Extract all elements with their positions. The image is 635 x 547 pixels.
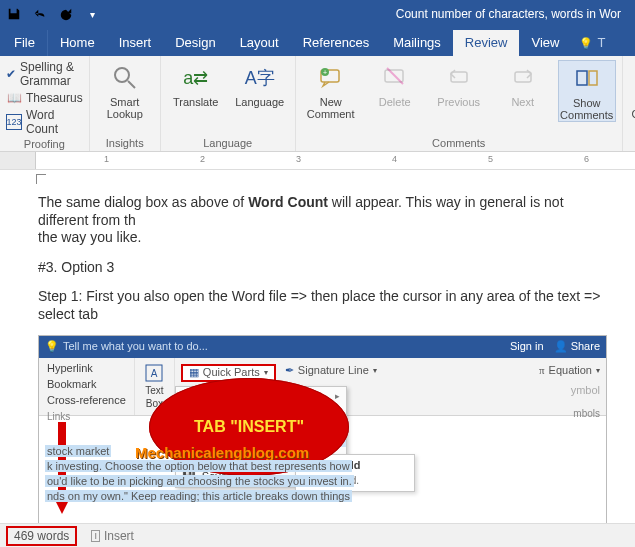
inner-tell-label: Tell me what you want to do... [63,340,208,354]
undo-icon[interactable] [30,4,50,24]
ruler-mark-6: 6 [584,154,589,164]
ruler-mark-1: 1 [104,154,109,164]
chevron-down-icon: ▾ [373,366,377,376]
wordcount-icon: 123 [6,114,22,130]
inner-document-text: stock market k investing. Choose the opt… [45,444,600,503]
spelling-grammar-button[interactable]: ✔ Spelling & Grammar [6,60,83,88]
tab-design[interactable]: Design [163,30,227,56]
signature-line-button[interactable]: ✒ Signature Line ▾ [285,364,377,378]
signature-icon: ✒ [285,364,294,378]
new-comment-icon: + [315,62,347,94]
ruler-left-margin [0,152,36,169]
svg-point-0 [115,68,129,82]
insert-icon: I [91,530,100,542]
tab-review[interactable]: Review [453,30,520,56]
quick-access-toolbar: ▾ [4,4,102,24]
show-comments-label: Show Comments [560,97,613,121]
tab-references[interactable]: References [291,30,381,56]
thesaurus-button[interactable]: 📖 Thesaurus [6,90,83,106]
lightbulb-icon: 💡 [579,30,593,56]
ruler-mark-5: 5 [488,154,493,164]
tab-view[interactable]: View [519,30,571,56]
oval-text: TAB "INSERT" [194,417,304,437]
inner-tell-me[interactable]: 💡 Tell me what you want to do... [45,340,208,354]
inner-hyperlink[interactable]: Hyperlink [47,362,126,376]
language-button[interactable]: A字 Language [231,60,289,108]
delete-comment-icon [379,62,411,94]
svg-text:A: A [151,368,158,379]
inner-links-label: Links [47,411,126,424]
quickparts-icon: ▦ [189,366,199,380]
language-group-label: Language [167,135,289,149]
tab-home[interactable]: Home [48,30,107,56]
inner-symbols-group-cut: mbols [573,408,600,421]
inner-crossref[interactable]: Cross-reference [47,394,126,408]
thesaurus-label: Thesaurus [26,91,83,105]
document-body[interactable]: The same dialog box as above of Word Cou… [0,170,635,535]
next-comment-label: Next [511,96,534,108]
equation-label: Equation [549,364,592,378]
tab-insert[interactable]: Insert [107,30,164,56]
equation-button[interactable]: π Equation ▾ [539,364,600,378]
group-comments: + New Comment Delete Previous [296,56,623,151]
chevron-right-icon: ▸ [335,391,340,402]
previous-comment-label: Previous [437,96,480,108]
group-tracking: Track Change [623,56,635,151]
status-word-count[interactable]: 469 words [6,526,77,546]
lightbulb-icon: 💡 [45,340,59,354]
language-label: Language [235,96,284,108]
status-insert-mode[interactable]: I Insert [91,529,134,543]
qat-customize-icon[interactable]: ▾ [82,4,102,24]
new-comment-button[interactable]: + New Comment [302,60,360,120]
sigline-label: Signature Line [298,364,369,378]
svg-line-1 [128,81,135,88]
inner-line-4: nds on my own." Keep reading; this artic… [45,490,352,502]
textbox-icon: A [144,363,164,383]
smart-lookup-icon [109,62,141,94]
proofing-group-label: Proofing [6,136,83,150]
titlebar: ▾ Count number of characters, words in W… [0,0,635,28]
inner-share[interactable]: 👤 Share [554,340,600,354]
language-icon: A字 [244,62,276,94]
tab-file[interactable]: File [2,30,48,56]
paragraph-2: #3. Option 3 [38,259,607,277]
translate-label: Translate [173,96,218,108]
tracking-group-label [629,147,635,149]
save-icon[interactable] [4,4,24,24]
thesaurus-icon: 📖 [6,90,22,106]
ribbon-tabs: File Home Insert Design Layout Reference… [0,28,635,56]
smart-lookup-button[interactable]: Smart Lookup [96,60,154,120]
comments-group-label: Comments [302,135,616,149]
inner-signin[interactable]: Sign in [510,340,544,354]
track-changes-label: Track Change [631,96,635,120]
next-comment-button[interactable]: Next [494,60,552,108]
status-insert-label: Insert [104,529,134,543]
paragraph-3: Step 1: First you also open the Word fil… [38,288,607,323]
wordcount-label: Word Count [26,108,83,136]
p1d: the way you like. [38,229,142,245]
inner-line-1: stock market [45,445,111,457]
ruler-mark-2: 2 [200,154,205,164]
inner-titlebar: 💡 Tell me what you want to do... Sign in… [39,336,606,358]
track-changes-button[interactable]: Track Change [629,60,635,120]
show-comments-button[interactable]: Show Comments [558,60,616,122]
tell-me-search[interactable]: 💡 T [571,30,617,56]
tab-mailings[interactable]: Mailings [381,30,453,56]
share-icon: 👤 [554,340,568,352]
p1-wordcount: Word Count [248,194,328,210]
tab-layout[interactable]: Layout [228,30,291,56]
inner-line-3: ou'd like to be in picking and choosing … [45,475,354,487]
previous-comment-icon [443,62,475,94]
inner-bookmark[interactable]: Bookmark [47,378,126,392]
horizontal-ruler[interactable]: 1 2 3 4 5 6 [0,152,635,170]
delete-comment-button[interactable]: Delete [366,60,424,108]
p1a: The same dialog box as above of [38,194,248,210]
svg-text:+: + [323,69,327,76]
translate-button[interactable]: a⇄ Translate [167,60,225,108]
previous-comment-button[interactable]: Previous [430,60,488,108]
inner-line-2: k investing. Choose the option below tha… [45,460,352,472]
pi-icon: π [539,364,545,378]
word-count-button[interactable]: 123 Word Count [6,108,83,136]
svg-rect-9 [577,71,587,85]
redo-icon[interactable] [56,4,76,24]
